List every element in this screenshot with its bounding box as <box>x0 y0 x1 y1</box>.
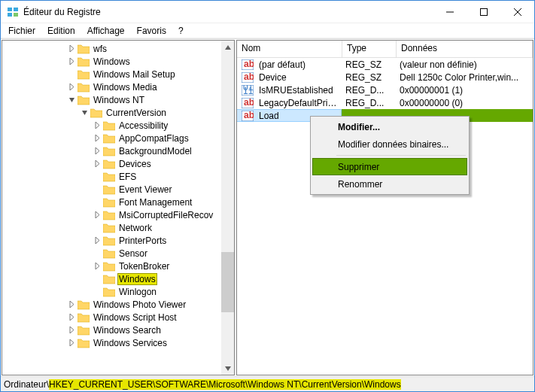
svg-marker-14 <box>96 135 99 141</box>
tree-item-wfs[interactable]: wfs <box>2 42 234 55</box>
tree-item-printerports[interactable]: PrinterPorts <box>2 234 234 247</box>
tree-item-windows-search[interactable]: Windows Search <box>2 324 234 336</box>
context-menu-item-renommer[interactable]: Renommer <box>312 175 467 193</box>
svg-marker-23 <box>70 339 74 346</box>
chevron-right-icon[interactable] <box>66 301 77 308</box>
context-menu-item-modifier-donn-es-binaires-[interactable]: Modifier données binaires... <box>312 135 467 153</box>
tree-item-windows[interactable]: Windows <box>2 55 234 68</box>
tree-item-accessibility[interactable]: Accessibility <box>2 119 234 132</box>
close-button[interactable] <box>500 1 534 23</box>
svg-marker-17 <box>96 211 99 218</box>
svg-marker-12 <box>82 111 87 115</box>
svg-marker-8 <box>70 45 74 52</box>
chevron-right-icon[interactable] <box>66 58 77 65</box>
scroll-track[interactable] <box>221 53 234 362</box>
list-row[interactable]: DeviceREG_SZDell 1250c Color Printer,win… <box>237 71 533 84</box>
menu-fav[interactable]: Favoris <box>132 25 171 37</box>
tree-item-label: Windows NT <box>92 95 146 105</box>
tree-item-label: Windows Search <box>92 325 163 336</box>
col-data[interactable]: Données <box>397 41 533 57</box>
chevron-down-icon[interactable] <box>79 109 90 116</box>
tree-item-windows-mail-setup[interactable]: Windows Mail Setup <box>2 68 234 81</box>
chevron-right-icon[interactable] <box>66 339 77 346</box>
svg-marker-24 <box>225 45 231 50</box>
maximize-button[interactable] <box>467 1 500 23</box>
chevron-right-icon[interactable] <box>92 263 102 269</box>
chevron-right-icon[interactable] <box>92 147 102 154</box>
value-name: (par défaut) <box>256 59 309 70</box>
value-type: REG_SZ <box>342 72 397 83</box>
tree-item-backgroundmodel[interactable]: BackgroundModel <box>2 144 234 157</box>
menu-edit[interactable]: Edition <box>43 25 80 37</box>
tree-item-sensor[interactable]: Sensor <box>2 247 234 260</box>
chevron-down-icon[interactable] <box>66 96 77 103</box>
tree-item-label: MsiCorruptedFileRecov <box>117 210 214 220</box>
value-data: (valeur non définie) <box>397 59 533 70</box>
context-menu-item-supprimer[interactable]: Supprimer <box>312 158 467 175</box>
context-menu-item-modifier-[interactable]: Modifier... <box>312 118 467 135</box>
col-name[interactable]: Nom <box>237 41 342 57</box>
scroll-up-icon[interactable] <box>221 41 234 53</box>
tree-item-efs[interactable]: EFS <box>2 170 234 183</box>
list-row[interactable]: (par défaut)REG_SZ(valeur non définie) <box>237 58 533 71</box>
tree-item-currentversion[interactable]: CurrentVersion <box>2 106 234 119</box>
tree-panel: wfsWindows Windows Mail SetupWindows Med… <box>2 40 235 375</box>
tree-item-label: Windows <box>92 56 132 67</box>
value-data: 0x00000001 (1) <box>397 85 533 96</box>
tree-item-label: Windows Photo Viewer <box>92 299 187 310</box>
scroll-thumb[interactable] <box>221 252 234 312</box>
status-bar: Ordinateur\HKEY_CURRENT_USER\SOFTWARE\Mi… <box>1 376 534 391</box>
tree-item-windows[interactable]: Windows <box>2 272 234 285</box>
svg-marker-19 <box>96 263 99 269</box>
tree-item-msicorruptedfilerecov[interactable]: MsiCorruptedFileRecov <box>2 208 234 221</box>
tree-item-winlogon[interactable]: Winlogon <box>2 285 234 298</box>
chevron-right-icon[interactable] <box>92 135 102 141</box>
window-controls <box>433 1 534 23</box>
registry-tree[interactable]: wfsWindows Windows Mail SetupWindows Med… <box>2 41 234 351</box>
tree-item-windows-services[interactable]: Windows Services <box>2 336 234 349</box>
menu-help[interactable]: ? <box>174 25 188 37</box>
menu-file[interactable]: Fichier <box>4 25 40 37</box>
chevron-right-icon[interactable] <box>66 84 77 90</box>
chevron-right-icon[interactable] <box>92 122 102 129</box>
value-name: LegacyDefaultPrint... <box>256 98 342 108</box>
tree-item-windows-media[interactable]: Windows Media <box>2 81 234 93</box>
col-type[interactable]: Type <box>342 41 397 57</box>
folder-icon <box>103 146 115 156</box>
tree-item-windows-script-host[interactable]: Windows Script Host <box>2 311 234 324</box>
tree-item-label: Windows Script Host <box>92 312 178 323</box>
tree-item-label: Winlogon <box>117 287 158 297</box>
svg-marker-9 <box>70 58 74 65</box>
tree-item-tokenbroker[interactable]: TokenBroker <box>2 260 234 272</box>
chevron-right-icon[interactable] <box>92 211 102 218</box>
svg-rect-0 <box>8 8 12 11</box>
tree-item-label: Sensor <box>117 248 149 259</box>
tree-item-label: wfs <box>92 44 108 54</box>
list-row[interactable]: LegacyDefaultPrint...REG_D...0x00000000 … <box>237 96 533 109</box>
tree-item-devices[interactable]: Devices <box>2 157 234 170</box>
tree-item-label: EFS <box>117 172 138 182</box>
svg-marker-22 <box>70 327 74 333</box>
tree-item-appcompatflags[interactable]: AppCompatFlags <box>2 132 234 144</box>
tree-item-font-management[interactable]: Font Management <box>2 196 234 208</box>
vertical-scrollbar[interactable] <box>221 41 234 375</box>
tree-item-windows-photo-viewer[interactable]: Windows Photo Viewer <box>2 298 234 311</box>
tree-item-label: BackgroundModel <box>117 146 193 156</box>
tree-item-windows-nt[interactable]: Windows NT <box>2 93 234 106</box>
svg-marker-25 <box>225 366 231 371</box>
svg-marker-11 <box>69 98 74 102</box>
chevron-right-icon[interactable] <box>66 314 77 321</box>
chevron-right-icon[interactable] <box>66 327 77 333</box>
tree-item-event-viewer[interactable]: Event Viewer <box>2 183 234 196</box>
tree-item-label: PrinterPorts <box>117 236 168 246</box>
tree-item-network[interactable]: Network <box>2 221 234 234</box>
tree-item-label: Accessibility <box>117 120 169 131</box>
chevron-right-icon[interactable] <box>92 237 102 244</box>
tree-item-label: Windows Media <box>92 82 159 93</box>
minimize-button[interactable] <box>433 1 467 23</box>
chevron-right-icon[interactable] <box>66 45 77 52</box>
scroll-down-icon[interactable] <box>221 362 234 375</box>
chevron-right-icon[interactable] <box>92 160 102 167</box>
menu-view[interactable]: Affichage <box>83 25 129 37</box>
list-row[interactable]: IsMRUEstablishedREG_D...0x00000001 (1) <box>237 84 533 96</box>
